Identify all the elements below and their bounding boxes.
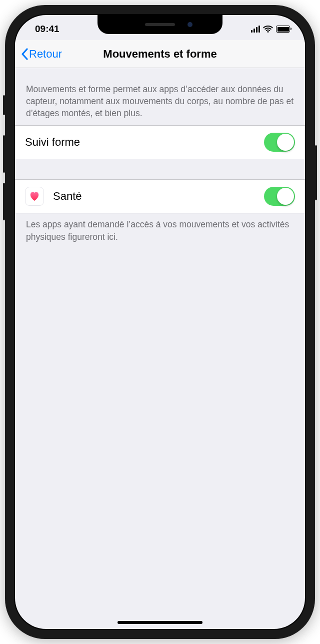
fitness-tracking-toggle[interactable] (264, 133, 295, 152)
battery-icon (276, 26, 290, 33)
iphone-device-frame: 09:41 (5, 5, 315, 639)
back-button[interactable]: Retour (21, 48, 62, 61)
section-description: Mouvements et forme permet aux apps d’ac… (15, 68, 305, 125)
status-time: 09:41 (35, 24, 60, 35)
mute-switch (3, 95, 5, 115)
front-camera (188, 22, 192, 27)
speaker-grille (145, 23, 175, 26)
volume-up-button (3, 135, 5, 173)
section-footer: Les apps ayant demandé l’accès à vos mou… (15, 213, 305, 248)
health-app-label: Santé (53, 190, 264, 203)
navigation-bar: Retour Mouvements et forme (15, 40, 305, 68)
fitness-tracking-row[interactable]: Suivi forme (15, 125, 305, 159)
screen: 09:41 (15, 15, 305, 629)
volume-down-button (3, 183, 5, 220)
fitness-tracking-label: Suivi forme (25, 136, 264, 149)
page-title: Mouvements et forme (103, 48, 216, 61)
chevron-left-icon (21, 48, 28, 60)
notch (98, 15, 222, 34)
heart-icon (29, 191, 40, 201)
health-app-icon (25, 187, 44, 206)
back-label: Retour (29, 48, 62, 61)
health-app-row[interactable]: Santé (15, 179, 305, 213)
settings-content: Mouvements et forme permet aux apps d’ac… (15, 68, 305, 249)
health-app-toggle[interactable] (264, 187, 295, 206)
home-indicator[interactable] (118, 621, 202, 624)
wifi-icon (263, 26, 273, 33)
cellular-signal-icon (251, 26, 260, 33)
side-button (315, 145, 317, 200)
